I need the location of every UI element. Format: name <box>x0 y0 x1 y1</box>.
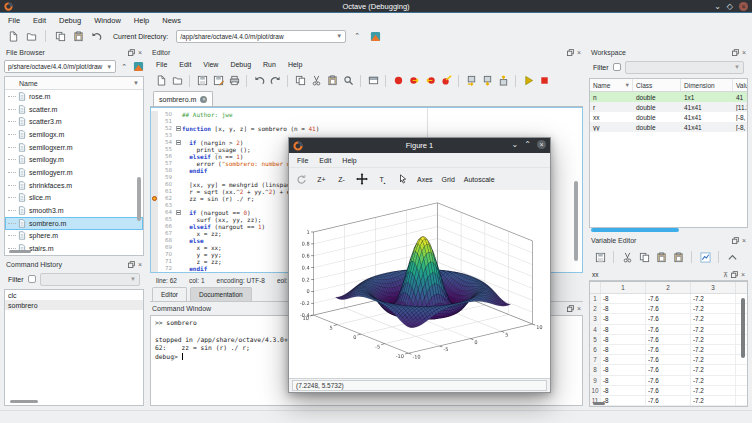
grid-cell[interactable]: -8 <box>601 396 646 405</box>
grid-col-header[interactable]: 3 <box>691 282 736 293</box>
grid-row-header[interactable]: 5 <box>590 335 601 344</box>
grid-cell[interactable]: -7.6 <box>646 406 691 407</box>
main-menu-help[interactable]: Help <box>134 16 149 25</box>
main-menu-news[interactable]: News <box>162 16 181 25</box>
grid-cell[interactable]: -8 <box>601 294 646 303</box>
grid-button[interactable]: Grid <box>442 172 455 186</box>
file-row-semilogyerr[interactable]: semilogyerr.m <box>5 166 143 179</box>
tab-editor[interactable]: Editor <box>152 287 187 301</box>
toggle-breakpoint-icon[interactable] <box>391 74 405 88</box>
cut-icon[interactable] <box>309 74 323 88</box>
undo-icon[interactable] <box>89 29 103 43</box>
tab-sombrero[interactable]: sombrero.m × <box>153 91 213 106</box>
undock-icon[interactable] <box>128 49 135 56</box>
breakpoint-margin[interactable] <box>151 230 158 237</box>
close-panel-icon[interactable]: × <box>577 49 581 56</box>
grid-cell[interactable]: -7.6 <box>646 325 691 334</box>
file-row-semilogx[interactable]: semilogx.m <box>5 128 143 141</box>
close-panel-icon[interactable]: × <box>742 237 746 244</box>
grid-cell[interactable]: -7.6 <box>646 386 691 395</box>
breakpoint-margin[interactable] <box>151 223 158 230</box>
copy-icon[interactable] <box>53 29 67 43</box>
stop-debug-icon[interactable] <box>537 74 551 88</box>
variable-hscrollbar[interactable] <box>593 402 605 405</box>
workspace-hscrollbar[interactable] <box>591 228 679 232</box>
breakpoint-margin[interactable] <box>151 111 158 118</box>
new-script-icon[interactable] <box>6 29 20 43</box>
grid-cell[interactable]: -7.6 <box>646 365 691 374</box>
file-row-slice[interactable]: slice.m <box>5 192 143 205</box>
grid-cell[interactable]: -7.2 <box>691 304 736 313</box>
close-variable-icon[interactable]: × <box>741 271 745 278</box>
grid-cell[interactable]: -7.2 <box>691 355 736 364</box>
browse-directory-button[interactable] <box>368 30 382 43</box>
grid-cell[interactable]: -7.2 <box>691 314 736 323</box>
breakpoint-margin[interactable] <box>151 195 158 202</box>
grid-cell[interactable]: -7.6 <box>646 335 691 344</box>
grid-row-header[interactable]: 3 <box>590 314 601 323</box>
grid-cell[interactable]: -8 <box>601 376 646 385</box>
open-file-icon[interactable] <box>24 29 38 43</box>
grid-cell[interactable]: -7.2 <box>691 396 736 405</box>
close-icon[interactable]: × <box>739 2 748 11</box>
file-row-sombrero[interactable]: sombrero.m <box>5 217 143 230</box>
grid-cell[interactable]: -7.2 <box>691 376 736 385</box>
figure-menu-help[interactable]: Help <box>342 157 356 164</box>
axes-button[interactable]: Axes <box>417 172 433 186</box>
breakpoint-margin[interactable] <box>151 132 158 139</box>
code-line-51[interactable]: 51 <box>151 118 582 125</box>
breakpoint-margin[interactable] <box>151 174 158 181</box>
browse-files-button[interactable] <box>132 60 144 73</box>
grid-cell[interactable]: -8 <box>601 314 646 323</box>
zoom-out-button[interactable]: Z- <box>336 172 347 186</box>
file-browser-path-combo[interactable]: p/share/octave/4.4.0/m/plot/draw ▼ <box>4 60 116 73</box>
continue-icon[interactable] <box>521 74 535 88</box>
level-up-icon[interactable] <box>725 250 739 264</box>
breakpoint-margin[interactable] <box>151 139 158 146</box>
maximize-icon[interactable]: ◇ <box>727 3 733 11</box>
main-menu-edit[interactable]: Edit <box>33 16 46 25</box>
main-menu-debug[interactable]: Debug <box>59 16 81 25</box>
file-row-stairs[interactable]: stairs.m <box>5 242 143 255</box>
grid-row-header[interactable]: 6 <box>590 345 601 354</box>
fold-marker-icon[interactable] <box>176 210 181 215</box>
grid-cell[interactable]: -8 <box>601 325 646 334</box>
file-list-hscrollbar[interactable] <box>9 250 31 253</box>
rotate-icon[interactable] <box>296 172 307 186</box>
grid-row-header[interactable]: 12 <box>590 406 601 407</box>
breakpoint-margin[interactable] <box>151 237 158 244</box>
editor-menu-help[interactable]: Help <box>288 61 302 68</box>
editor-vscrollbar[interactable] <box>574 181 578 261</box>
save-file-as-icon[interactable] <box>211 74 225 88</box>
workspace-row-r[interactable]: rdouble41x41[11.314... <box>590 102 747 112</box>
copy-icon[interactable] <box>293 74 307 88</box>
pan-icon[interactable] <box>356 172 368 186</box>
grid-cell[interactable]: -7.2 <box>691 325 736 334</box>
grid-cell[interactable]: -7.6 <box>646 314 691 323</box>
breakpoint-margin[interactable] <box>151 202 158 209</box>
close-panel-icon[interactable]: × <box>577 305 581 312</box>
close-panel-icon[interactable]: × <box>138 261 142 268</box>
copy-icon[interactable] <box>637 250 651 264</box>
paste-icon[interactable] <box>71 29 85 43</box>
grid-cell[interactable]: -8 <box>601 355 646 364</box>
close-panel-icon[interactable]: × <box>742 49 746 56</box>
folder-up-button[interactable]: ⌃ <box>118 60 130 73</box>
breakpoint-margin[interactable] <box>151 188 158 195</box>
grid-cell[interactable]: -8 <box>601 304 646 313</box>
undock-icon[interactable] <box>732 49 739 56</box>
step-out-icon[interactable] <box>496 74 510 88</box>
grid-cell[interactable]: -7.6 <box>646 396 691 405</box>
workspace-row-n[interactable]: ndouble1x141 <box>590 92 747 102</box>
file-row-rose[interactable]: rose.m <box>5 90 143 103</box>
directory-up-button[interactable]: ⌃ <box>350 30 364 43</box>
grid-cell[interactable]: -7.2 <box>691 294 736 303</box>
file-row-sphere[interactable]: sphere.m <box>5 230 143 243</box>
filter-checkbox[interactable] <box>28 275 36 283</box>
grid-row-header[interactable]: 10 <box>590 386 601 395</box>
sombrero-surface-plot[interactable] <box>289 190 550 378</box>
paste-icon[interactable] <box>325 74 339 88</box>
grid-row-header[interactable]: 9 <box>590 376 601 385</box>
undock-icon[interactable] <box>128 261 135 268</box>
tab-documentation[interactable]: Documentation <box>190 287 252 301</box>
